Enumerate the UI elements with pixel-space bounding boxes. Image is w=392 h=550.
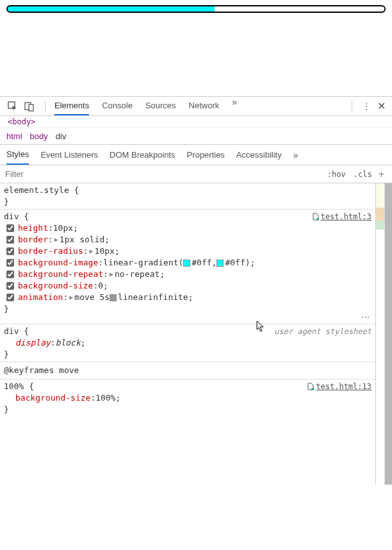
prop-toggle[interactable] bbox=[6, 224, 14, 232]
styles-filter-bar: :hov .cls + bbox=[0, 165, 392, 183]
element-style-rule[interactable]: element.style { } bbox=[0, 183, 375, 210]
div-rule[interactable]: test.html:3 div { height: 10px; border:▶… bbox=[0, 210, 375, 324]
styles-pane: element.style { } test.html:3 div { heig… bbox=[0, 183, 375, 485]
prop-toggle[interactable] bbox=[6, 271, 14, 278]
subtab-styles[interactable]: Styles bbox=[6, 145, 29, 165]
rendered-page-preview bbox=[0, 0, 392, 96]
expand-shorthand-icon[interactable]: ▶ bbox=[90, 246, 94, 257]
tab-console[interactable]: Console bbox=[102, 97, 133, 115]
device-toggle-icon[interactable] bbox=[24, 101, 35, 112]
prop-toggle[interactable] bbox=[6, 247, 14, 255]
progress-bar-element[interactable] bbox=[6, 5, 386, 13]
breadcrumb: html body div bbox=[0, 128, 392, 145]
prop-toggle[interactable] bbox=[6, 294, 14, 301]
expand-shorthand-icon[interactable]: ▶ bbox=[54, 234, 58, 246]
user-agent-rule[interactable]: user agent stylesheet div { display: blo… bbox=[0, 324, 375, 362]
separator bbox=[352, 101, 352, 112]
dom-tree-line[interactable]: <body> bbox=[0, 116, 392, 128]
scrollbar[interactable] bbox=[384, 183, 392, 485]
settings-kebab-icon[interactable]: ⋮ bbox=[363, 102, 370, 111]
minimap-gutter bbox=[375, 183, 384, 485]
devtools-toolbar: Elements Console Sources Network » ⋮ ✕ bbox=[0, 97, 392, 116]
subtab-event-listeners[interactable]: Event Listeners bbox=[40, 146, 98, 164]
prop-toggle[interactable] bbox=[6, 282, 14, 290]
breadcrumb-html[interactable]: html bbox=[6, 131, 22, 141]
expand-shorthand-icon[interactable]: ▶ bbox=[110, 269, 113, 280]
svg-point-4 bbox=[311, 388, 314, 390]
tab-sources[interactable]: Sources bbox=[145, 97, 176, 115]
color-swatch-icon[interactable] bbox=[183, 260, 190, 267]
subtab-properties[interactable]: Properties bbox=[187, 146, 225, 164]
cls-toggle[interactable]: .cls bbox=[350, 170, 376, 179]
file-icon bbox=[312, 213, 320, 221]
svg-rect-2 bbox=[29, 104, 33, 111]
source-link[interactable]: test.html:3 bbox=[312, 211, 372, 222]
subtab-dom-breakpoints[interactable]: DOM Breakpoints bbox=[110, 146, 176, 164]
main-tab-bar: Elements Console Sources Network » bbox=[48, 97, 349, 115]
styles-subpanel-tabs: Styles Event Listeners DOM Breakpoints P… bbox=[0, 145, 392, 165]
new-style-rule-icon[interactable]: + bbox=[376, 169, 387, 180]
prop-toggle[interactable] bbox=[6, 236, 14, 244]
easing-swatch-icon[interactable] bbox=[110, 294, 117, 301]
scrollbar-thumb[interactable] bbox=[385, 183, 392, 485]
more-subtabs-chevron-icon[interactable]: » bbox=[293, 150, 298, 160]
more-tabs-chevron-icon[interactable]: » bbox=[232, 97, 237, 115]
breadcrumb-body[interactable]: body bbox=[30, 131, 48, 141]
svg-point-3 bbox=[316, 218, 319, 221]
source-link[interactable]: test.html:13 bbox=[307, 381, 372, 392]
tab-network[interactable]: Network bbox=[189, 97, 220, 115]
inspect-element-icon[interactable] bbox=[8, 101, 18, 112]
filter-input[interactable] bbox=[5, 169, 323, 179]
user-agent-label: user agent stylesheet bbox=[274, 326, 372, 337]
prop-toggle[interactable] bbox=[6, 259, 14, 267]
file-icon bbox=[307, 383, 314, 390]
color-swatch-icon[interactable] bbox=[216, 260, 224, 267]
keyframes-heading[interactable]: @keyframes move bbox=[0, 362, 375, 379]
separator bbox=[45, 101, 45, 112]
devtools-panel: Elements Console Sources Network » ⋮ ✕ <… bbox=[0, 96, 392, 485]
keyframe-100-rule[interactable]: test.html:13 100% { background-size: 100… bbox=[0, 379, 375, 417]
close-devtools-icon[interactable]: ✕ bbox=[377, 100, 386, 112]
rule-more-actions-icon[interactable]: ⋮ bbox=[360, 313, 372, 321]
hov-toggle[interactable]: :hov bbox=[323, 170, 350, 179]
breadcrumb-div[interactable]: div bbox=[56, 131, 67, 141]
subtab-accessibility[interactable]: Accessibility bbox=[236, 146, 282, 164]
tab-elements[interactable]: Elements bbox=[54, 97, 89, 115]
expand-shorthand-icon[interactable]: ▶ bbox=[69, 292, 73, 303]
